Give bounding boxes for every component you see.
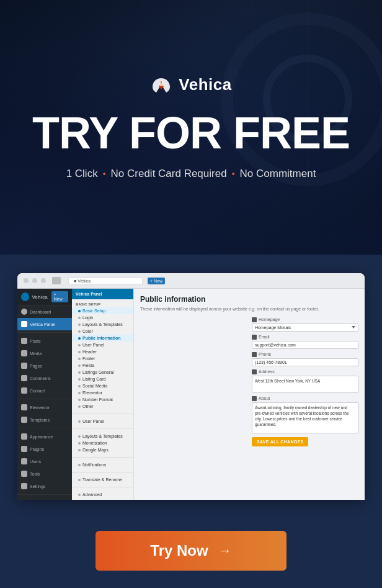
wp-menu-comments[interactable]: Comments	[17, 372, 72, 384]
vs-item-translate-dot	[78, 479, 81, 481]
browser-icon-box	[52, 277, 61, 284]
wp-menu-contact[interactable]: Contact	[17, 384, 72, 397]
wp-menu-media[interactable]: Media	[17, 347, 72, 360]
wp-sidebar: Vehica + New Dashboard Vehica Panel Post…	[17, 289, 72, 500]
about-textarea[interactable]: Award-winning, family owned dealership o…	[252, 402, 358, 433]
form-right-col: Homepage Homepage Mosaic Email	[252, 317, 358, 446]
vs-item-monetization[interactable]: Monetization	[72, 440, 133, 446]
vs-item-other[interactable]: Other	[72, 403, 133, 410]
wp-menu-pages-label: Pages	[30, 364, 42, 368]
vehica-logo-icon	[150, 76, 172, 93]
vs-item-user-panel-2-dot	[78, 420, 81, 423]
wp-menu-users[interactable]: Users	[17, 455, 72, 468]
vs-item-footer-dot	[78, 358, 81, 360]
form-left-col	[140, 317, 247, 446]
vs-item-public-information[interactable]: Public Information	[72, 335, 133, 341]
wp-menu-appearance-label: Appearance	[30, 435, 53, 439]
browser-icons	[52, 277, 61, 284]
vs-item-listings-dot	[78, 371, 81, 374]
vs-item-listings-general[interactable]: Listings General	[72, 369, 133, 376]
wp-menu-comments-label: Comments	[30, 376, 51, 381]
vs-item-listing-card[interactable]: Listing Card	[72, 376, 133, 382]
contact-menu-icon	[21, 387, 27, 394]
wp-menu-templates-label: Templates	[30, 418, 50, 422]
form-layout: Homepage Homepage Mosaic Email	[140, 317, 358, 446]
vs-item-user-panel-2-label: User Panel	[82, 419, 104, 423]
vs-item-login[interactable]: Login	[72, 314, 133, 321]
vs-item-layouts-dot	[78, 323, 81, 326]
vs-item-other-dot	[78, 405, 81, 408]
vs-item-fiesta[interactable]: Fiesta	[72, 362, 133, 369]
vs-item-basic-setup-dot	[78, 310, 81, 312]
vs-item-header[interactable]: Header	[72, 348, 133, 355]
vs-item-listing-card-dot	[78, 378, 81, 381]
try-now-button[interactable]: Try Now →	[96, 531, 286, 571]
wp-logo-icon	[21, 292, 29, 301]
templates-menu-icon	[21, 417, 27, 423]
vs-item-advanced[interactable]: Advanced	[72, 491, 133, 498]
wp-sidebar-header: Vehica + New	[17, 289, 72, 305]
vs-item-header-dot	[78, 351, 81, 353]
address-textarea[interactable]: West 12th Street New York, NY USA	[252, 376, 358, 393]
vs-advanced-section: Advanced	[72, 489, 133, 500]
wp-menu-vehica[interactable]: Vehica Panel	[17, 318, 72, 330]
vs-layouts-section: Layouts & Templates Monetization Google …	[72, 431, 133, 455]
subtitle-part-1: 1 Click	[66, 168, 98, 180]
dot-1: •	[103, 169, 106, 179]
vs-item-layouts-2[interactable]: Layouts & Templates	[72, 433, 133, 440]
vs-divider-2	[72, 428, 133, 429]
wp-menu-elementor-label: Elementor	[30, 405, 50, 410]
appearance-menu-icon	[21, 433, 27, 440]
vs-item-layouts-2-dot	[78, 435, 81, 438]
vs-item-social-media[interactable]: Social Media	[72, 382, 133, 389]
vs-item-color-label: Color	[82, 329, 93, 333]
vs-item-google-maps[interactable]: Google Maps	[72, 446, 133, 453]
browser-url-bar[interactable]: ■ Vehica	[68, 278, 143, 284]
vs-item-user-panel-dot	[78, 344, 81, 346]
wp-menu-settings-label: Settings	[30, 484, 45, 489]
wp-menu-tools[interactable]: Tools	[17, 468, 72, 480]
email-input[interactable]: support@vehica.com	[252, 341, 358, 349]
vs-translate-section: Translate & Rename	[72, 474, 133, 485]
vs-item-user-panel-label: User Panel	[82, 343, 104, 347]
wp-menu-dashboard[interactable]: Dashboard	[17, 305, 72, 318]
vs-item-user-panel-2[interactable]: User Panel	[72, 418, 133, 425]
vs-item-number-format[interactable]: Number Format	[72, 396, 133, 403]
phone-input[interactable]: (123) 456-78901	[252, 358, 358, 366]
vs-divider-4	[72, 472, 133, 473]
vs-item-color[interactable]: Color	[72, 328, 133, 335]
vs-item-notifications[interactable]: Notifications	[72, 461, 133, 468]
vs-item-footer[interactable]: Footer	[72, 355, 133, 362]
wp-menu-posts[interactable]: Posts	[17, 335, 72, 347]
wp-menu-appearance[interactable]: Appearance	[17, 430, 72, 443]
homepage-select[interactable]: Homepage Mosaic	[252, 323, 358, 332]
wp-add-new-btn[interactable]: + New	[51, 291, 68, 302]
vs-notifications-section: Notifications	[72, 459, 133, 470]
vehica-panel-section-title: Basic Setup	[72, 301, 133, 307]
vs-item-layouts[interactable]: Layouts & Templates	[72, 321, 133, 328]
browser-dot-3	[41, 278, 46, 283]
browser-add-new[interactable]: + New	[148, 278, 165, 284]
wp-menu-elementor[interactable]: Elementor	[17, 401, 72, 414]
vs-item-social-label: Social Media	[82, 384, 107, 388]
wp-menu-templates[interactable]: Templates	[17, 414, 72, 426]
vs-item-elementor[interactable]: Elementor	[72, 389, 133, 396]
wp-menu-dashboard-label: Dashboard	[30, 310, 51, 314]
vs-item-listing-card-label: Listing Card	[82, 377, 105, 381]
vs-item-login-dot	[78, 317, 81, 319]
wp-menu-plugins[interactable]: Plugins	[17, 443, 72, 455]
about-label: About	[252, 396, 358, 401]
dot-2: •	[232, 169, 235, 179]
wp-menu-mgbp[interactable]: MGBP	[17, 497, 72, 500]
wp-menu-pages[interactable]: Pages	[17, 360, 72, 372]
browser-dot-2	[32, 278, 37, 283]
vs-item-basic-setup-label: Basic Setup	[82, 309, 105, 313]
main-content-title: Public information	[140, 295, 358, 304]
vs-item-basic-setup[interactable]: Basic Setup	[72, 307, 133, 314]
save-all-changes-button[interactable]: SAVE ALL CHANGES	[252, 437, 308, 446]
wp-menu-settings[interactable]: Settings	[17, 480, 72, 492]
vs-item-translate[interactable]: Translate & Rename	[72, 476, 133, 483]
vs-item-user-panel[interactable]: User Panel	[72, 341, 133, 348]
wp-menu-tools-label: Tools	[30, 472, 40, 476]
svg-rect-5	[252, 396, 257, 401]
